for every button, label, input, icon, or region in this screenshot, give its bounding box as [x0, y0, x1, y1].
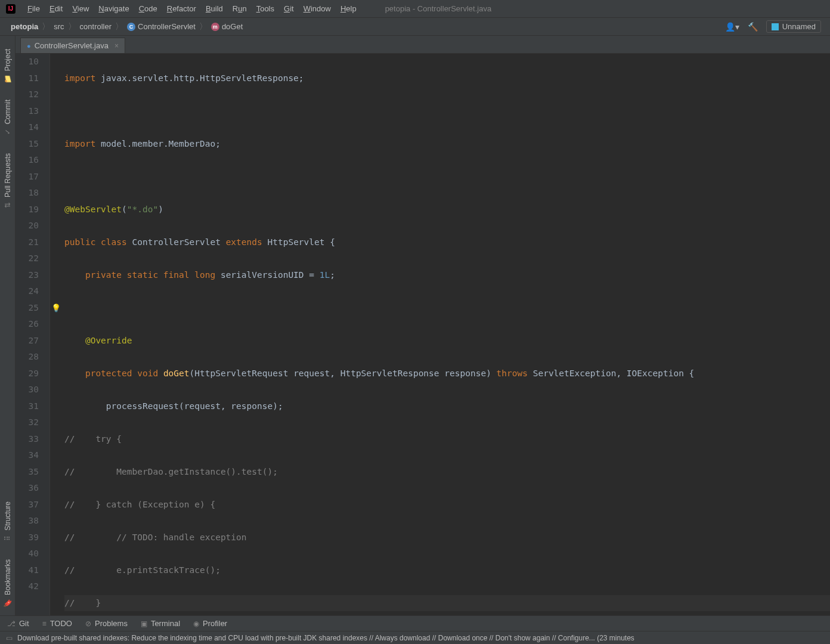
- nav-bar: petopia 〉 src 〉 controller 〉 CController…: [0, 18, 830, 36]
- menu-code[interactable]: Code: [134, 4, 162, 13]
- terminal-icon: ▣: [141, 620, 147, 628]
- editor-tab[interactable]: ● ControllerServlet.java ×: [20, 38, 125, 53]
- menu-view[interactable]: View: [67, 4, 94, 13]
- code-content[interactable]: import javax.servlet.http.HttpServletRes…: [62, 54, 830, 615]
- menu-refactor[interactable]: Refactor: [162, 4, 201, 13]
- bottom-toolbar: ⎇Git ≡TODO ⊘Problems ▣Terminal ◉Profiler: [0, 615, 830, 631]
- editor[interactable]: 1011121314151617181920212223242526272829…: [16, 54, 830, 615]
- menu-tools[interactable]: Tools: [252, 4, 279, 13]
- app-logo-icon: IJ: [6, 4, 16, 14]
- menu-help[interactable]: Help: [336, 4, 361, 13]
- crumb-src[interactable]: src: [52, 22, 66, 31]
- crumb-sep: 〉: [40, 21, 52, 32]
- class-icon: C: [127, 23, 135, 31]
- bottom-git[interactable]: ⎇Git: [7, 619, 29, 628]
- problems-icon: ⊘: [85, 620, 91, 628]
- bookmark-icon: 🔖: [4, 599, 12, 608]
- crumb-class[interactable]: CControllerServlet: [125, 22, 197, 32]
- commit-icon: ✓: [4, 129, 12, 135]
- git-branch-icon: ⎇: [7, 620, 16, 628]
- crumb-root[interactable]: petopia: [9, 22, 40, 31]
- crumb-pkg[interactable]: controller: [78, 22, 113, 31]
- pr-icon: ⇅: [4, 202, 12, 208]
- menu-navigate[interactable]: Navigate: [94, 4, 134, 13]
- tab-structure[interactable]: ⠿Structure: [2, 493, 13, 551]
- run-config-dropdown[interactable]: Unnamed: [766, 20, 821, 33]
- status-text[interactable]: Download pre-built shared indexes: Reduc…: [17, 634, 634, 642]
- method-icon: m: [211, 23, 219, 31]
- crumb-sep: 〉: [113, 21, 125, 32]
- tab-project[interactable]: 📁Project: [2, 41, 13, 91]
- menu-bar: IJ File Edit View Navigate Code Refactor…: [0, 0, 830, 18]
- folder-icon: 📁: [4, 75, 12, 83]
- java-file-icon: ●: [27, 42, 31, 49]
- menu-window[interactable]: Window: [299, 4, 336, 13]
- tab-label: ControllerServlet.java: [35, 41, 109, 50]
- editor-tabbar: ● ControllerServlet.java ×: [16, 36, 830, 54]
- menu-build[interactable]: Build: [201, 4, 228, 13]
- intention-bulb-icon[interactable]: 💡: [51, 300, 61, 317]
- bottom-terminal[interactable]: ▣Terminal: [141, 619, 180, 628]
- crumb-method[interactable]: mdoGet: [209, 22, 244, 32]
- structure-icon: ⠿: [4, 535, 12, 541]
- tab-commit[interactable]: ✓Commit: [2, 91, 13, 144]
- marker-gutter: 💡: [50, 54, 62, 615]
- menu-run[interactable]: Run: [228, 4, 252, 13]
- menu-file[interactable]: File: [23, 4, 45, 13]
- build-icon[interactable]: 🔨: [748, 22, 758, 32]
- status-icon[interactable]: ▭: [6, 634, 13, 642]
- close-icon[interactable]: ×: [112, 42, 119, 50]
- tab-bookmarks[interactable]: 🔖Bookmarks: [2, 551, 13, 615]
- user-icon[interactable]: 👤▾: [725, 22, 739, 32]
- window-title: petopia - ControllerServlet.java: [385, 4, 491, 13]
- bottom-profiler[interactable]: ◉Profiler: [193, 619, 227, 628]
- left-toolwindow-bar: 📁Project ✓Commit ⇅Pull Requests ⠿Structu…: [0, 36, 16, 615]
- bottom-problems[interactable]: ⊘Problems: [85, 619, 128, 628]
- config-icon: [772, 23, 779, 30]
- status-bar: ▭ Download pre-built shared indexes: Red…: [0, 631, 830, 644]
- line-gutter: 1011121314151617181920212223242526272829…: [16, 54, 50, 615]
- crumb-sep: 〉: [197, 21, 209, 32]
- bottom-todo[interactable]: ≡TODO: [42, 619, 72, 628]
- crumb-sep: 〉: [66, 21, 78, 32]
- profiler-icon: ◉: [193, 620, 199, 628]
- menu-edit[interactable]: Edit: [45, 4, 67, 13]
- todo-icon: ≡: [42, 620, 47, 628]
- menu-git[interactable]: Git: [279, 4, 299, 13]
- tab-pullrequests[interactable]: ⇅Pull Requests: [2, 145, 13, 218]
